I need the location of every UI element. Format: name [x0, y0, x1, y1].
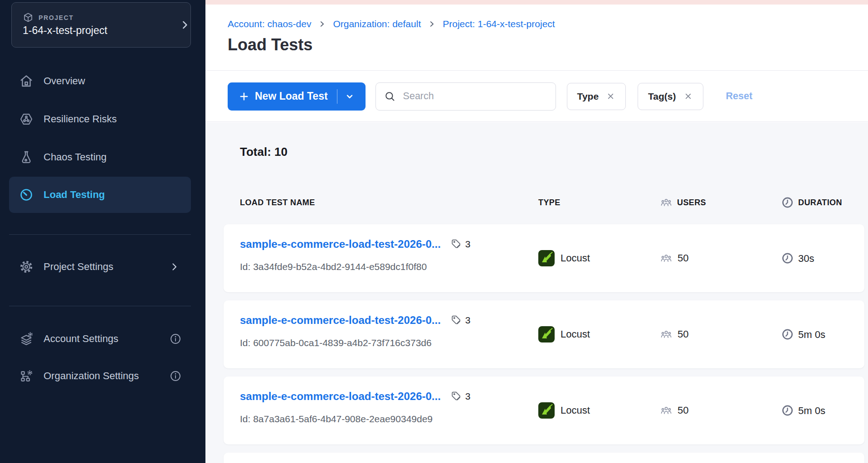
- users-value: 50: [678, 328, 688, 340]
- button-separator: [337, 89, 337, 104]
- close-icon[interactable]: [606, 92, 615, 101]
- tag-icon: [450, 314, 462, 326]
- layers-gear-icon: [19, 332, 34, 346]
- hexagon-network-icon: [19, 112, 34, 126]
- load-test-name-link[interactable]: sample-e-commerce-load-test-2026-0...: [240, 314, 441, 327]
- filter-chip-tags[interactable]: Tag(s): [638, 83, 703, 110]
- main-content: Account: chaos-dev Organization: default…: [205, 0, 868, 463]
- org-chart-gear-icon: [19, 369, 34, 383]
- duration-value: 5m 0s: [798, 328, 825, 340]
- sidebar-item-overview[interactable]: Overview: [0, 68, 205, 95]
- close-icon[interactable]: [683, 92, 693, 101]
- duration-cell: 5m 0s: [781, 405, 825, 417]
- filter-chip-label: Type: [577, 91, 599, 102]
- locust-badge-icon: [538, 326, 555, 342]
- toolbar: New Load Test Type: [205, 71, 868, 122]
- table-row[interactable]: sample-e-commerce-load-test-2026-0... 3: [224, 300, 864, 368]
- breadcrumb-organization-link[interactable]: Organization: default: [333, 19, 421, 29]
- plus-icon: [239, 91, 249, 102]
- sidebar-item-label: Load Testing: [44, 189, 105, 201]
- info-icon[interactable]: [170, 370, 181, 382]
- sidebar-item-label: Resilience Risks: [44, 113, 117, 125]
- column-header-duration: DURATION: [781, 197, 842, 209]
- gauge-icon: [19, 188, 34, 202]
- load-test-name-link[interactable]: sample-e-commerce-load-test-2026-0...: [240, 390, 441, 403]
- tag-icon: [450, 238, 462, 250]
- breadcrumb-project-link[interactable]: Project: 1-64-x-test-project: [443, 19, 555, 29]
- chevron-right-icon: [318, 20, 326, 28]
- chevron-right-icon: [169, 261, 180, 272]
- sidebar-item-label: Organization Settings: [44, 370, 139, 382]
- table-row[interactable]: [224, 453, 864, 463]
- tag-count-group: 3: [450, 238, 471, 250]
- filter-chip-type[interactable]: Type: [567, 83, 626, 110]
- sidebar-item-chaos-testing[interactable]: Chaos Testing: [0, 144, 205, 171]
- row-name-line: sample-e-commerce-load-test-2026-0... 3: [240, 390, 471, 403]
- new-load-test-button[interactable]: New Load Test: [228, 82, 366, 111]
- type-value: Locust: [561, 328, 590, 340]
- tag-icon: [450, 391, 462, 402]
- table-row[interactable]: sample-e-commerce-load-test-2026-0... 3: [224, 224, 864, 292]
- column-header-users: USERS: [660, 198, 706, 207]
- breadcrumb: Account: chaos-dev Organization: default…: [228, 19, 555, 29]
- page-title: Load Tests: [228, 35, 312, 54]
- sidebar-item-project-settings[interactable]: Project Settings: [0, 253, 205, 280]
- search-box: [375, 82, 556, 111]
- users-cell: 50: [660, 405, 688, 416]
- sidebar-item-label: Overview: [44, 75, 85, 87]
- reset-filters-link[interactable]: Reset: [726, 91, 753, 102]
- tag-count: 3: [465, 315, 471, 326]
- total-count: Total: 10: [240, 145, 288, 159]
- users-value: 50: [678, 405, 688, 416]
- new-load-test-dropdown[interactable]: [340, 85, 356, 108]
- project-name: 1-64-x-test-project: [23, 24, 107, 37]
- users-value: 50: [678, 252, 688, 264]
- locust-badge-icon: [538, 402, 555, 419]
- users-cell: 50: [660, 328, 688, 340]
- notification-bar: [205, 0, 868, 5]
- sidebar-item-account-settings[interactable]: Account Settings: [0, 325, 205, 352]
- duration-cell: 30s: [781, 252, 814, 265]
- table-row[interactable]: sample-e-commerce-load-test-2026-0... 3: [224, 376, 864, 444]
- clock-icon: [781, 405, 794, 417]
- chevron-right-icon: [428, 20, 436, 28]
- sidebar-item-label: Chaos Testing: [44, 151, 107, 163]
- clock-icon: [781, 252, 794, 265]
- sidebar: PROJECT 1-64-x-test-project Overview: [0, 0, 205, 463]
- load-test-list: sample-e-commerce-load-test-2026-0... 3: [224, 224, 864, 463]
- duration-cell: 5m 0s: [781, 328, 825, 341]
- clock-icon: [781, 328, 794, 341]
- type-cell: Locust: [538, 402, 590, 419]
- search-input[interactable]: [402, 90, 538, 102]
- sidebar-item-organization-settings[interactable]: Organization Settings: [0, 362, 205, 390]
- column-header-type: TYPE: [538, 198, 561, 207]
- clock-icon: [781, 197, 794, 209]
- row-name-line: sample-e-commerce-load-test-2026-0... 3: [240, 238, 471, 251]
- sidebar-item-resilience-risks[interactable]: Resilience Risks: [0, 106, 205, 133]
- people-icon: [660, 198, 673, 207]
- users-cell: 50: [660, 252, 688, 264]
- people-icon: [660, 329, 673, 339]
- column-header-duration-label: DURATION: [798, 198, 842, 207]
- load-test-id: Id: 600775ab-0ca1-4839-a4b2-73f716c373d6: [240, 338, 432, 348]
- home-icon: [19, 74, 34, 88]
- sidebar-item-label: Project Settings: [44, 261, 113, 273]
- load-test-name-link[interactable]: sample-e-commerce-load-test-2026-0...: [240, 238, 441, 251]
- project-label: PROJECT: [39, 14, 73, 21]
- breadcrumb-account-link[interactable]: Account: chaos-dev: [228, 19, 311, 29]
- new-load-test-label: New Load Test: [255, 90, 328, 102]
- flask-icon: [19, 150, 34, 164]
- type-value: Locust: [561, 252, 590, 264]
- chevron-down-icon: [345, 92, 355, 101]
- tag-count: 3: [465, 239, 471, 250]
- sidebar-item-load-testing[interactable]: Load Testing: [9, 177, 191, 213]
- project-selector[interactable]: PROJECT 1-64-x-test-project: [11, 2, 191, 48]
- tag-count-group: 3: [450, 314, 471, 326]
- info-icon[interactable]: [170, 333, 181, 345]
- column-header-name: LOAD TEST NAME: [240, 198, 315, 207]
- table-header: LOAD TEST NAME TYPE USERS: [224, 193, 864, 212]
- duration-value: 5m 0s: [798, 405, 825, 416]
- sidebar-divider: [9, 306, 191, 306]
- row-name-line: sample-e-commerce-load-test-2026-0... 3: [240, 314, 471, 327]
- gear-icon: [19, 260, 34, 274]
